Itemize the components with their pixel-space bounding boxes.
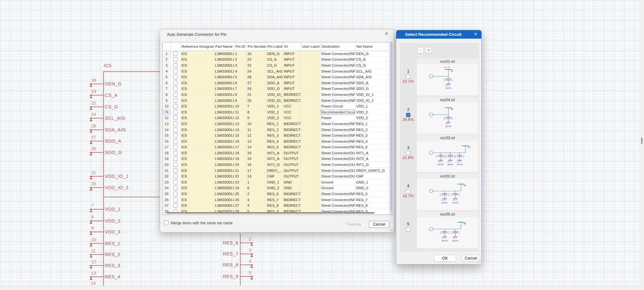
- cell-pin-id[interactable]: 2: [234, 57, 246, 63]
- cell-net-name[interactable]: VDD_IO_2: [355, 97, 390, 103]
- circuit-card[interactable]: vcc04.cir04C144.7u@port1k: [417, 97, 478, 134]
- cell-destination[interactable]: Sheet Connector(INPUT): [320, 63, 355, 68]
- cell-pin-number[interactable]: 9: [246, 115, 266, 121]
- row-checkbox[interactable]: [173, 186, 178, 190]
- cell-reference-designator[interactable]: IC5: [180, 109, 214, 115]
- cell-destination[interactable]: Power Circuit: [320, 103, 355, 109]
- cell-io[interactable]: OUTPUT: [283, 156, 301, 162]
- circuit-checkbox[interactable]: [406, 189, 410, 194]
- cell-io[interactable]: BIDIRECT: [283, 92, 301, 98]
- row-checkbox[interactable]: [173, 69, 178, 74]
- cell-reference-designator[interactable]: IC5: [180, 156, 214, 162]
- cell-destination[interactable]: Ground: [320, 185, 355, 191]
- cell-part-name[interactable]: LSM330DLC: [214, 68, 234, 74]
- cell-pin-label[interactable]: GND_2: [266, 185, 283, 191]
- cell-reference-designator[interactable]: IC5: [180, 121, 214, 127]
- table-row[interactable]: 10IC5LSM330DLC107VDD_1VCCPower CircuitVD…: [163, 103, 390, 109]
- cell-user-label[interactable]: [301, 138, 320, 144]
- column-header[interactable]: [163, 42, 171, 51]
- table-row[interactable]: 22IC5LSM330DLC2215CAPOUTPUTSheet Connect…: [163, 173, 390, 179]
- table-row[interactable]: 20IC5LSM330DLC2018INT1_GOUTPUTSheet Conn…: [163, 162, 390, 168]
- cell-pin-label[interactable]: RES_7: [266, 197, 283, 203]
- cell-pin-id[interactable]: 13: [234, 121, 246, 127]
- cell-io[interactable]: BIDIRECT: [283, 133, 301, 139]
- cell-pin-number[interactable]: 8: [246, 109, 266, 115]
- cell-io[interactable]: BIDIRECT: [283, 138, 301, 144]
- cell-part-name[interactable]: LSM330DLC: [214, 97, 234, 103]
- cell-destination[interactable]: Sheet Connector(OUT...: [320, 173, 355, 179]
- table-row[interactable]: 27IC5LSM330DLC274RES_8BIDIRECTSheet Conn…: [163, 203, 390, 209]
- close-icon[interactable]: ✕: [383, 31, 390, 36]
- cell-pin-id[interactable]: 14: [234, 127, 246, 133]
- cell-destination[interactable]: Sheet Connector(INPUT): [320, 144, 355, 150]
- cell-pin-number[interactable]: 21: [246, 92, 266, 98]
- cell-user-label[interactable]: [301, 191, 320, 197]
- cell-pin-number[interactable]: 20: [246, 150, 266, 156]
- cell-pin-number[interactable]: 25: [246, 97, 266, 103]
- cell-pin-id[interactable]: 20: [234, 162, 246, 168]
- cell-net-name[interactable]: GND_2: [355, 185, 390, 191]
- cell-user-label[interactable]: [301, 51, 320, 57]
- cell-pin-number[interactable]: 17: [246, 167, 266, 173]
- cell-destination[interactable]: Sheet Connector(INPUT): [320, 51, 355, 57]
- cell-pin-number[interactable]: 26: [246, 86, 266, 92]
- cell-part-name[interactable]: LSM330DLC: [214, 179, 234, 185]
- table-row[interactable]: 8IC5LSM330DLC821VDD_IO_1BIDIRECTSheet Co…: [163, 92, 390, 98]
- circuit-checkbox[interactable]: ✓: [406, 113, 410, 117]
- cell-pin-label[interactable]: INT1_G: [266, 162, 283, 168]
- table-row[interactable]: 7IC5LSM330DLC726SDO_GINPUTSheet Connecto…: [163, 86, 390, 92]
- cell-pin-number[interactable]: 12: [246, 133, 266, 139]
- table-vertical-scrollbar-thumb[interactable]: [390, 42, 392, 211]
- cell-pin-id[interactable]: 18: [234, 150, 246, 156]
- cell-destination[interactable]: Sheet Connector(INPUT): [320, 80, 355, 86]
- row-checkbox[interactable]: [173, 104, 178, 108]
- table-row[interactable]: 4IC5LSM330DLC424SCL_A/GINPUTSheet Connec…: [163, 68, 390, 74]
- column-header[interactable]: IO: [283, 42, 301, 51]
- table-row[interactable]: 16IC5LSM330DLC1613RES_4BIDIRECTSheet Con…: [163, 138, 390, 144]
- cell-destination[interactable]: Sheet Connector(INPUT): [320, 92, 355, 98]
- row-checkbox[interactable]: [173, 133, 178, 138]
- cell-part-name[interactable]: LSM330DLC: [214, 127, 234, 133]
- cell-net-name[interactable]: SDO_G: [355, 86, 390, 92]
- column-header[interactable]: Pin ID: [234, 42, 246, 51]
- circuit-card[interactable]: vcc01.cirVcc_1k01C144.7u@port1k: [417, 59, 478, 96]
- circuit-checkbox[interactable]: [406, 74, 410, 79]
- cell-pin-id[interactable]: 9: [234, 97, 246, 103]
- cell-part-name[interactable]: LSM330DLC: [214, 173, 234, 179]
- column-header[interactable]: Reference Designator: [180, 42, 214, 51]
- cell-destination[interactable]: Sheet Connector(INPUT): [320, 97, 355, 103]
- cell-user-label[interactable]: [301, 185, 320, 191]
- cell-destination[interactable]: Sheet Connector(INPUT): [320, 86, 355, 92]
- cell-destination[interactable]: Sheet Connector(OUT...: [320, 162, 355, 168]
- cell-io[interactable]: VCC: [283, 115, 301, 121]
- cell-reference-designator[interactable]: IC5: [180, 150, 214, 156]
- cancel-button[interactable]: Cancel: [369, 221, 389, 228]
- row-checkbox[interactable]: [173, 75, 178, 79]
- cell-reference-designator[interactable]: IC5: [180, 167, 214, 173]
- cell-reference-designator[interactable]: IC5: [180, 179, 214, 185]
- cell-user-label[interactable]: [301, 173, 320, 179]
- cell-pin-id[interactable]: 1: [234, 51, 246, 57]
- cell-part-name[interactable]: LSM330DLC: [214, 121, 234, 127]
- cell-pin-label[interactable]: SDO_G: [266, 86, 283, 92]
- cell-io[interactable]: INPUT: [283, 57, 301, 63]
- cell-part-name[interactable]: LSM330DLC: [214, 109, 234, 115]
- row-checkbox[interactable]: [173, 192, 178, 196]
- cell-io[interactable]: VCC: [283, 109, 301, 115]
- cell-pin-label[interactable]: VDD_3: [266, 115, 283, 121]
- cell-io[interactable]: GND: [283, 185, 301, 191]
- circuit-card[interactable]: vcc05.cir05C144.7u@port1kC144.7u@port1k: [417, 211, 478, 248]
- row-checkbox[interactable]: [173, 52, 178, 56]
- cell-io[interactable]: VCC: [283, 103, 301, 109]
- cell-pin-id[interactable]: 5: [234, 74, 246, 80]
- row-checkbox[interactable]: [173, 57, 178, 62]
- circuit-checkbox[interactable]: [406, 151, 410, 155]
- cell-pin-label[interactable]: INT2_A: [266, 156, 283, 162]
- cell-pin-id[interactable]: 12: [234, 115, 246, 121]
- cell-pin-number[interactable]: 10: [246, 121, 266, 127]
- cell-pin-id[interactable]: 15: [234, 133, 246, 139]
- cell-io[interactable]: BIDIRECT: [283, 144, 301, 150]
- cell-net-name[interactable]: RES_5: [355, 144, 390, 150]
- cell-destination[interactable]: Sheet Connector(OUT...: [320, 167, 355, 173]
- cell-pin-label[interactable]: VDD_IO_2: [266, 97, 283, 103]
